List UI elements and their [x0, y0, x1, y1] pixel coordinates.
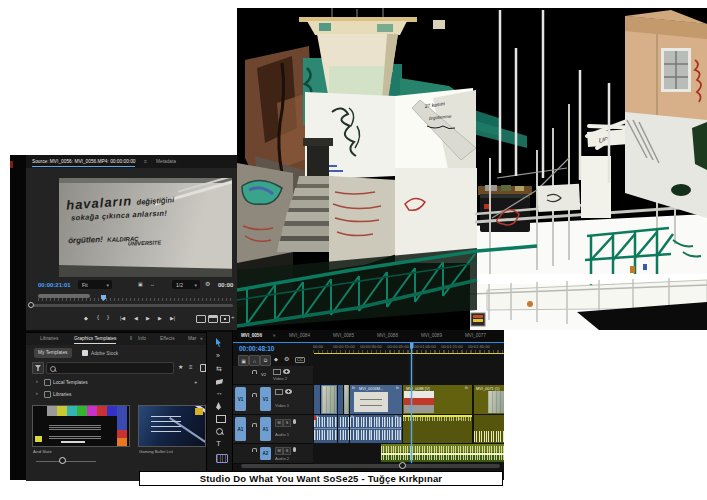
mic-icon[interactable]: [293, 419, 296, 424]
v1-target-chip[interactable]: V1: [260, 387, 271, 411]
clip-v1-thumb1[interactable]: [321, 385, 337, 414]
search-input[interactable]: [46, 362, 174, 374]
track-select-tool[interactable]: »: [216, 352, 220, 359]
clip-v1-seg1[interactable]: [314, 385, 320, 414]
seq-tab-active[interactable]: MVI_0056: [241, 333, 262, 338]
tree-arrow-icon[interactable]: ›: [36, 379, 38, 384]
mute-button[interactable]: M: [275, 447, 283, 455]
my-templates-button[interactable]: My Templates: [34, 348, 72, 358]
tree-row-libraries[interactable]: › Libraries: [26, 389, 206, 400]
resolution-dropdown[interactable]: 1/2 ▾: [172, 280, 200, 289]
thumb-scrubber-handle[interactable]: [59, 457, 66, 464]
play-button[interactable]: ▶: [146, 315, 150, 321]
tab-effects[interactable]: Effects: [160, 336, 175, 341]
export-frame-camera-button[interactable]: [220, 315, 230, 323]
v2-chip[interactable]: V2: [261, 372, 266, 377]
source-scroll-handle[interactable]: [28, 302, 34, 308]
tab-libraries[interactable]: Libraries: [40, 336, 58, 341]
tree-label[interactable]: Libraries: [53, 392, 71, 397]
tab-info[interactable]: Info: [138, 336, 146, 341]
more-tabs-chevron-icon[interactable]: »: [200, 336, 203, 341]
keyboard-tool[interactable]: [216, 454, 228, 463]
step-forward-button[interactable]: ▶: [158, 315, 162, 321]
folder-checkbox[interactable]: [44, 379, 51, 386]
overwrite-button[interactable]: [208, 315, 218, 323]
timeline-hscrollbar[interactable]: [241, 464, 500, 468]
filter-button[interactable]: [32, 362, 44, 374]
mark-in-button[interactable]: {: [97, 314, 99, 320]
timeline-playhead[interactable]: [411, 343, 412, 463]
linked-selection-button[interactable]: ⧉: [260, 355, 271, 366]
clip-v1-seg2[interactable]: [338, 385, 343, 414]
goto-out-button[interactable]: ▶|: [170, 315, 175, 321]
solo-button[interactable]: S: [283, 447, 291, 455]
seq-tab[interactable]: MVI_0088: [377, 333, 398, 338]
add-marker-button[interactable]: ◆: [84, 315, 88, 321]
clip-a2-green[interactable]: [381, 444, 504, 462]
zoom-tool[interactable]: [216, 428, 223, 435]
clip-a1-blue[interactable]: fx fx fx: [314, 415, 402, 443]
razor-tool[interactable]: [216, 379, 223, 385]
clip-v1-olive2[interactable]: MVI_0071 (1): [474, 385, 504, 414]
solo-button[interactable]: S: [283, 419, 291, 427]
seq-tab[interactable]: MVI_0089: [421, 333, 442, 338]
button-editor-button[interactable]: +: [231, 314, 235, 320]
seq-tab[interactable]: MVI_0077: [465, 333, 486, 338]
tab-menu-icon[interactable]: ≡: [273, 333, 276, 338]
tree-arrow-icon[interactable]: ›: [36, 391, 38, 396]
seq-tab[interactable]: MVI_0085: [333, 333, 354, 338]
source-patch-icon[interactable]: [273, 369, 281, 375]
folder-checkbox[interactable]: [44, 391, 51, 398]
wrench-icon[interactable]: ⚙: [205, 281, 210, 287]
timeline-scroll-handle[interactable]: [399, 462, 406, 469]
thumb-scrubber-track[interactable]: [36, 461, 96, 462]
timeline-ruler[interactable]: 00:00 00:00:15:00 00:00:30:00 00:00:45:0…: [313, 343, 504, 353]
source-scrollbar[interactable]: [30, 304, 233, 307]
clip-v1-thumb2[interactable]: [344, 385, 349, 414]
seq-tab[interactable]: MVI_0084: [289, 333, 310, 338]
timeline-timecode[interactable]: 00:00:48:10: [239, 345, 274, 352]
type-tool[interactable]: T: [216, 440, 221, 448]
a1-target-chip[interactable]: A1: [260, 417, 271, 441]
goto-in-button[interactable]: |◀: [120, 315, 125, 321]
clip-v1-main[interactable]: fx MVI_0056M... fx: [350, 385, 402, 414]
mute-button[interactable]: M: [275, 419, 283, 427]
eye-icon[interactable]: [283, 369, 290, 374]
proxy-icon[interactable]: ▣: [138, 282, 143, 287]
tree-label[interactable]: Local Templates: [53, 380, 88, 385]
panel-menu-icon[interactable]: ≡: [144, 159, 147, 164]
captions-button[interactable]: CC: [295, 357, 305, 363]
adobe-stock-button[interactable]: Adobe Stock: [91, 351, 118, 356]
fit-dropdown[interactable]: Fit ▾: [78, 280, 112, 289]
add-icon[interactable]: +: [194, 379, 198, 385]
rectangle-tool[interactable]: [216, 415, 226, 423]
settings-compare-icon[interactable]: ↔: [150, 282, 155, 287]
selection-tool[interactable]: [216, 338, 223, 347]
a1-source-chip[interactable]: A1: [235, 417, 246, 441]
clip-v1-olive1[interactable]: MVI_0088 [V] fx: [403, 385, 472, 414]
step-back-button[interactable]: ◀: [134, 315, 138, 321]
mic-icon[interactable]: [293, 447, 296, 452]
slip-tool[interactable]: ↔: [216, 389, 223, 396]
metadata-tab[interactable]: Metadata: [156, 159, 176, 164]
tab-markers[interactable]: Mar: [188, 336, 196, 341]
list-view-icon[interactable]: ≡: [189, 364, 193, 370]
tree-row-local-templates[interactable]: › Local Templates +: [26, 377, 206, 388]
clip-a1-olive2[interactable]: [474, 415, 504, 443]
nest-toggle-button[interactable]: ▣: [238, 355, 249, 366]
source-mini-ruler[interactable]: [38, 298, 231, 301]
timeline-settings-wrench-icon[interactable]: ⚙: [284, 356, 289, 362]
mark-out-button[interactable]: }: [107, 314, 109, 320]
template-thumb-gaming-bullet[interactable]: [138, 405, 206, 447]
tab-graphics-templates[interactable]: Graphics Templates: [74, 336, 116, 344]
source-patch-icon[interactable]: [275, 389, 283, 395]
source-video-frame[interactable]: havaların değiştiğini sokağa çıkınca anl…: [59, 178, 232, 277]
timeline-marker-button[interactable]: ◆: [274, 357, 278, 362]
snap-toggle-button[interactable]: ∩: [249, 355, 260, 366]
v1-source-chip[interactable]: V1: [235, 387, 246, 411]
insert-button[interactable]: [196, 315, 206, 323]
ripple-edit-tool[interactable]: ⇆: [216, 365, 222, 372]
a2-target-chip[interactable]: A2: [260, 447, 271, 460]
clip-a1-olive1[interactable]: fx: [403, 415, 472, 443]
pen-tool[interactable]: [216, 402, 221, 410]
